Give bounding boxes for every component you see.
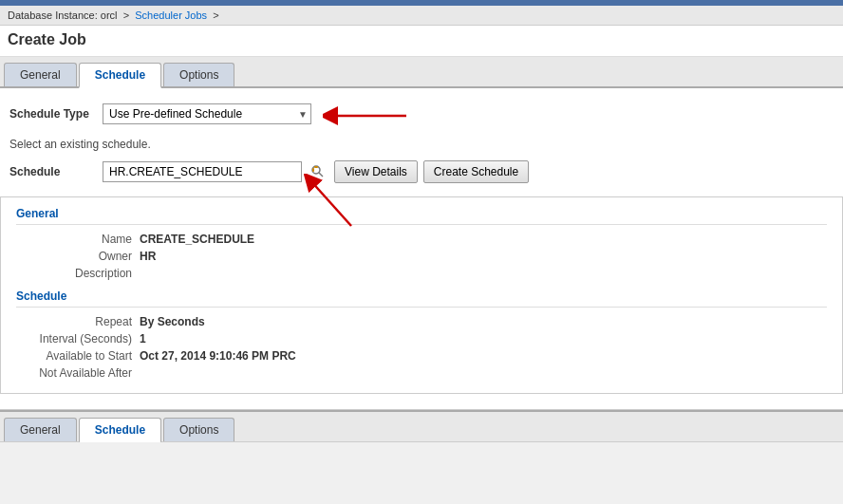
- available-label: Available to Start: [16, 349, 140, 363]
- desc-label: Description: [16, 267, 140, 280]
- page-title-bar: Create Job: [0, 26, 843, 57]
- owner-row: Owner HR: [16, 250, 827, 263]
- scheduler-jobs-link[interactable]: Scheduler Jobs: [135, 9, 207, 21]
- separator2: >: [213, 9, 218, 21]
- repeat-value: By Seconds: [140, 315, 205, 328]
- main-content: Schedule Type Use Pre-defined Schedule U…: [0, 88, 843, 410]
- not-available-row: Not Available After: [16, 366, 827, 380]
- schedule-section-header: Schedule: [16, 289, 827, 308]
- bottom-tab-schedule[interactable]: Schedule: [79, 418, 161, 442]
- available-value: Oct 27, 2014 9:10:46 PM PRC: [140, 349, 296, 363]
- interval-label: Interval (Seconds): [16, 332, 140, 345]
- schedule-input[interactable]: [103, 161, 302, 182]
- name-row: Name CREATE_SCHEDULE: [16, 233, 827, 246]
- schedule-section: Schedule Repeat By Seconds Interval (Sec…: [16, 289, 827, 380]
- schedule-row: Schedule View Details Create Schedule: [9, 160, 834, 183]
- interval-row: Interval (Seconds) 1: [16, 332, 827, 345]
- name-value: CREATE_SCHEDULE: [140, 233, 254, 246]
- schedule-label: Schedule: [9, 165, 95, 178]
- name-label: Name: [16, 233, 140, 246]
- tab-schedule[interactable]: Schedule: [79, 63, 161, 88]
- schedule-type-row: Schedule Type Use Pre-defined Schedule U…: [9, 103, 834, 124]
- details-panel: General Name CREATE_SCHEDULE Owner HR De…: [0, 196, 843, 394]
- arrow1-icon: [323, 105, 408, 126]
- not-available-label: Not Available After: [16, 366, 140, 380]
- svg-rect-4: [312, 168, 314, 172]
- interval-value: 1: [140, 332, 146, 345]
- owner-label: Owner: [16, 250, 140, 263]
- general-section-header: General: [16, 207, 827, 225]
- torch-button[interactable]: [306, 161, 328, 183]
- bottom-tab-options[interactable]: Options: [163, 418, 234, 441]
- schedule-type-label: Schedule Type: [9, 107, 95, 121]
- page-title: Create Job: [8, 31, 86, 47]
- tab-general[interactable]: General: [4, 63, 77, 86]
- db-instance-label: Database Instance: orcl: [8, 9, 118, 21]
- search-icon: [309, 163, 325, 178]
- bottom-tabs: General Schedule Options: [0, 410, 843, 442]
- schedule-type-wrapper: Use Pre-defined Schedule Use Inline Sche…: [103, 103, 311, 124]
- create-schedule-button[interactable]: Create Schedule: [423, 160, 529, 183]
- repeat-row: Repeat By Seconds: [16, 315, 827, 328]
- breadcrumb: Database Instance: orcl > Scheduler Jobs…: [0, 6, 843, 26]
- desc-row: Description: [16, 267, 827, 280]
- top-tabs: General Schedule Options: [0, 57, 843, 88]
- available-row: Available to Start Oct 27, 2014 9:10:46 …: [16, 349, 827, 363]
- svg-line-3: [319, 173, 323, 177]
- owner-value: HR: [140, 250, 156, 263]
- hint-text: Select an existing schedule.: [9, 138, 834, 151]
- view-details-button[interactable]: View Details: [334, 160, 418, 183]
- schedule-type-select[interactable]: Use Pre-defined Schedule Use Inline Sche…: [103, 103, 311, 124]
- svg-rect-5: [314, 166, 318, 168]
- separator1: >: [123, 9, 129, 21]
- tab-options[interactable]: Options: [163, 63, 234, 86]
- repeat-label: Repeat: [16, 315, 140, 328]
- bottom-tab-general[interactable]: General: [4, 418, 77, 441]
